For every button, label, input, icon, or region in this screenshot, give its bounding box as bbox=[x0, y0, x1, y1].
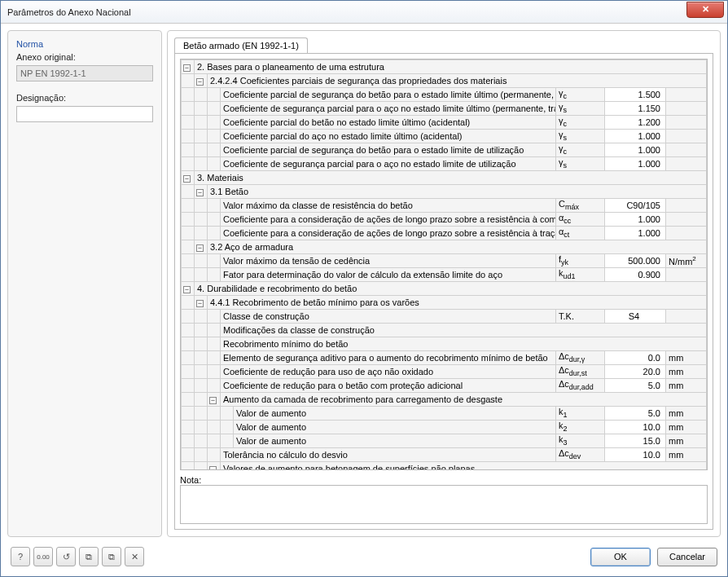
units-icon: 0.00 bbox=[37, 553, 50, 561]
section-row[interactable]: −Aumento da camada de recobrimento para … bbox=[182, 393, 707, 407]
tab-strip: Betão armado (EN 1992-1-1) bbox=[174, 37, 713, 53]
param-row[interactable]: Coeficiente para a consideração de ações… bbox=[182, 227, 707, 240]
param-row[interactable]: Modificações da classe de construção bbox=[182, 324, 707, 337]
window-title: Parâmetros do Anexo Nacional bbox=[7, 7, 131, 17]
section-row[interactable]: −3. Materiais bbox=[182, 171, 707, 185]
param-row[interactable]: Coeficiente de redução para uso de aço n… bbox=[182, 365, 707, 379]
param-row[interactable]: Coeficiente para a consideração de ações… bbox=[182, 213, 707, 227]
titlebar: Parâmetros do Anexo Nacional ✕ bbox=[1, 1, 727, 24]
anexo-input bbox=[16, 65, 153, 81]
close-icon: ✕ bbox=[702, 4, 709, 15]
toolbar: ? 0.00 ↺ ⧉ ⧉ ✕ bbox=[11, 547, 144, 566]
refresh-button[interactable]: ↺ bbox=[56, 547, 76, 566]
close-button[interactable]: ✕ bbox=[686, 2, 724, 18]
param-row[interactable]: Coeficiente parcial do betão no estado l… bbox=[182, 116, 707, 130]
delete-button[interactable]: ✕ bbox=[125, 547, 144, 566]
refresh-icon: ↺ bbox=[63, 552, 70, 562]
section-row[interactable]: −2. Bases para o planeamento de uma estr… bbox=[182, 60, 707, 74]
section-row[interactable]: −Valores de aumento para betonagem de su… bbox=[182, 462, 707, 471]
tab-page: −2. Bases para o planeamento de uma estr… bbox=[174, 53, 713, 530]
parameter-grid[interactable]: −2. Bases para o planeamento de uma estr… bbox=[180, 59, 708, 470]
param-row[interactable]: Coeficiente de segurança parcial para o … bbox=[182, 102, 707, 116]
param-row[interactable]: Valor de aumentok315.0mm bbox=[182, 434, 707, 448]
section-row[interactable]: −4.4.1 Recobrimento de betão mínimo para… bbox=[182, 296, 707, 310]
param-row[interactable]: Classe de construçãoT.K.S4 bbox=[182, 310, 707, 324]
copy-icon: ⧉ bbox=[86, 552, 92, 562]
help-button[interactable]: ? bbox=[11, 547, 30, 566]
help-icon: ? bbox=[18, 552, 23, 562]
designacao-label: Designação: bbox=[16, 93, 153, 103]
copy-button[interactable]: ⧉ bbox=[79, 547, 99, 566]
param-row[interactable]: Tolerância no cálculo do desvioΔcdev10.0… bbox=[182, 448, 707, 462]
nota-label: Nota: bbox=[180, 475, 708, 485]
tab-betao-armado[interactable]: Betão armado (EN 1992-1-1) bbox=[174, 37, 308, 53]
param-row[interactable]: Recobrimento mínimo do betão bbox=[182, 337, 707, 351]
param-row[interactable]: Coeficiente parcial do aço no estado lim… bbox=[182, 130, 707, 143]
section-row[interactable]: −3.1 Betão bbox=[182, 185, 707, 199]
nota-textarea[interactable] bbox=[180, 485, 708, 524]
cancel-button[interactable]: Cancelar bbox=[657, 548, 717, 566]
param-row[interactable]: Valor máximo da classe de resistência do… bbox=[182, 199, 707, 213]
right-panel: Betão armado (EN 1992-1-1) −2. Bases par… bbox=[167, 30, 721, 537]
param-row[interactable]: Coeficiente parcial de segurança do betã… bbox=[182, 88, 707, 102]
param-row[interactable]: Coeficiente de segurança parcial para o … bbox=[182, 157, 707, 171]
param-row[interactable]: Valor de aumentok210.0mm bbox=[182, 421, 707, 434]
footer: ? 0.00 ↺ ⧉ ⧉ ✕ OK Cancelar bbox=[1, 544, 727, 576]
norma-link[interactable]: Norma bbox=[16, 39, 153, 49]
section-row[interactable]: −2.4.2.4 Coeficientes parciais de segura… bbox=[182, 74, 707, 88]
param-row[interactable]: Coeficiente parcial de segurança do betã… bbox=[182, 143, 707, 157]
dialog-window: Parâmetros do Anexo Nacional ✕ Norma Ane… bbox=[0, 0, 728, 577]
paste-icon: ⧉ bbox=[108, 552, 115, 562]
section-row[interactable]: −4. Durabilidade e recobrimento do betão bbox=[182, 282, 707, 296]
designacao-input[interactable] bbox=[16, 106, 153, 122]
ok-button[interactable]: OK bbox=[590, 548, 651, 566]
param-row[interactable]: Elemento de segurança aditivo para o aum… bbox=[182, 351, 707, 365]
param-row[interactable]: Fator para determinação do valor de cálc… bbox=[182, 268, 707, 282]
param-row[interactable]: Valor de aumentok15.0mm bbox=[182, 407, 707, 421]
paste-button[interactable]: ⧉ bbox=[102, 547, 121, 566]
units-button[interactable]: 0.00 bbox=[33, 547, 53, 566]
param-row[interactable]: Coeficiente de redução para o betão com … bbox=[182, 379, 707, 393]
anexo-label: Anexo original: bbox=[16, 52, 153, 62]
delete-icon: ✕ bbox=[131, 552, 138, 562]
section-row[interactable]: −3.2 Aço de armadura bbox=[182, 240, 707, 254]
sidebar: Norma Anexo original: Designação: bbox=[7, 30, 162, 537]
param-row[interactable]: Valor máximo da tensão de cedênciafyk500… bbox=[182, 254, 707, 268]
